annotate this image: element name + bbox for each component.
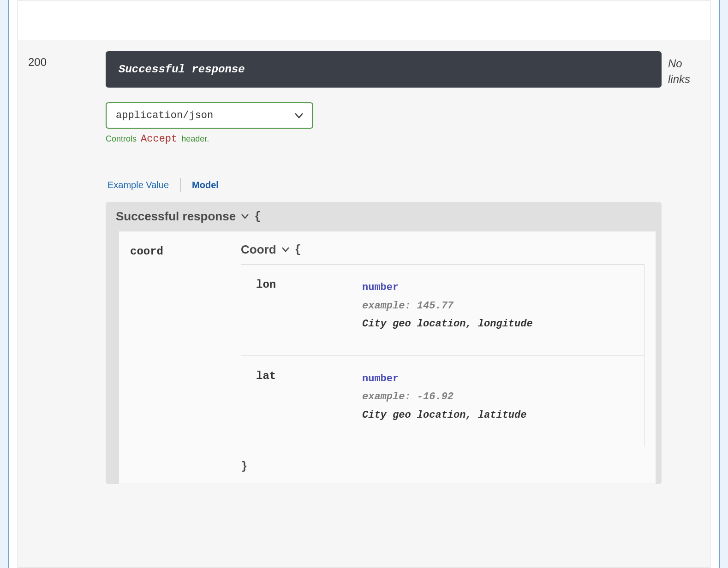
- prop-name: lat: [256, 370, 362, 425]
- prop-example: example: 145.77: [362, 297, 629, 315]
- chevron-down-icon: [241, 214, 249, 219]
- open-brace: {: [295, 243, 301, 256]
- tab-model[interactable]: Model: [190, 180, 221, 190]
- model-header[interactable]: Successful response {: [106, 202, 662, 231]
- response-description-bar: Successful response: [106, 51, 662, 88]
- prop-example: example: -16.92: [362, 388, 629, 406]
- chevron-down-icon: [282, 247, 289, 252]
- tab-divider: [180, 178, 181, 192]
- open-brace: {: [254, 210, 261, 223]
- model-panel: Successful response { coord: [106, 202, 662, 484]
- prop-description: City geo location, longitude: [362, 315, 629, 333]
- prop-description: City geo location, latitude: [362, 406, 629, 425]
- response-code: 200: [27, 51, 106, 69]
- prop-name: lon: [256, 278, 362, 333]
- property-lon: lon number example: 145.77 City geo loca…: [241, 265, 644, 355]
- model-title: Successful response: [116, 209, 236, 224]
- panel-header-space: [18, 0, 710, 41]
- prop-type: number: [362, 370, 629, 388]
- content-type-value: application/json: [116, 110, 213, 121]
- content-type-caption: Controls Accept header.: [106, 133, 662, 145]
- coord-properties: lon number example: 145.77 City geo loca…: [241, 264, 644, 447]
- content-type-select[interactable]: application/json: [106, 102, 313, 129]
- property-key-coord: coord: [130, 243, 241, 258]
- response-links: No links: [662, 51, 701, 87]
- property-lat: lat number example: -16.92 City geo loca…: [241, 355, 644, 447]
- chevron-down-icon: [295, 113, 303, 118]
- coord-header[interactable]: Coord {: [241, 243, 644, 257]
- accept-header-code: Accept: [141, 133, 177, 145]
- model-tabs: Example Value Model: [106, 178, 662, 192]
- prop-type: number: [362, 278, 629, 297]
- close-brace: }: [241, 460, 644, 473]
- response-panel: 200 Successful response application/json…: [18, 0, 710, 568]
- tab-example-value[interactable]: Example Value: [106, 180, 171, 190]
- coord-title: Coord: [241, 243, 276, 257]
